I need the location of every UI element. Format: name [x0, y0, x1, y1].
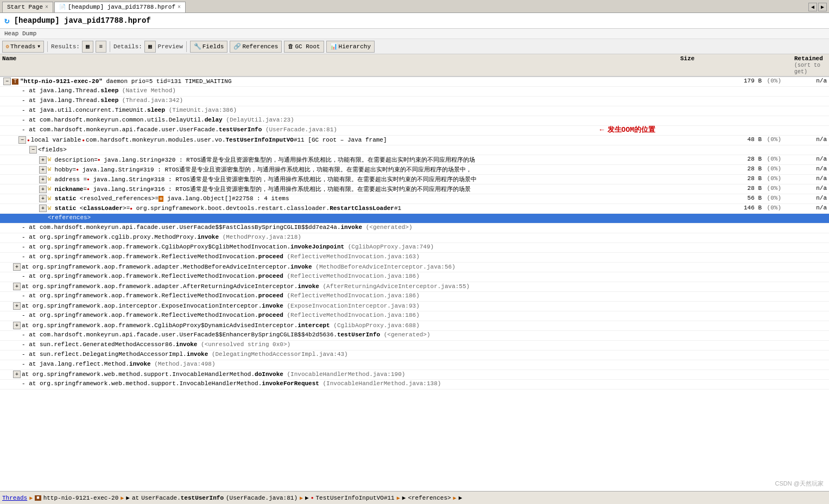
expand-btn[interactable]: +	[39, 166, 47, 174]
tab-start-page[interactable]: Start Page ×	[2, 2, 53, 12]
table-row[interactable]: - at org.springframework.aop.framework.R…	[0, 292, 829, 302]
tab-nav-right[interactable]: ▶	[818, 3, 827, 11]
tab-heapdump[interactable]: 📄 [heapdump] java_pid17788.hprof ×	[54, 2, 186, 12]
table-row[interactable]: + W description= ● java.lang.String#320 …	[0, 155, 829, 165]
expand-btn[interactable]: +	[39, 156, 47, 164]
table-row[interactable]: - at org.springframework.aop.framework.C…	[0, 243, 829, 253]
tab-close-icon[interactable]: ×	[178, 4, 181, 10]
table-row[interactable]: - at java.lang.Thread.sleep (Thread.java…	[0, 97, 829, 106]
table-row[interactable]: + W nickname= ● java.lang.String#316 : R…	[0, 184, 829, 194]
preview-label: Preview	[158, 43, 183, 50]
table-row[interactable]: - at com.hardsoft.monkeyrun.api.facade.u…	[0, 126, 829, 136]
details-view-btn[interactable]: ▦	[144, 41, 156, 53]
results-label: Results:	[51, 43, 80, 50]
table-row[interactable]: - at java.lang.reflect.Method.invoke (Me…	[0, 360, 829, 370]
expand-btn[interactable]: +	[13, 322, 21, 329]
status-var: TestUserInfoInputVO#11	[315, 495, 394, 501]
expand-btn[interactable]: +	[39, 205, 47, 212]
gc-root-btn[interactable]: 🗑 GC Root	[284, 41, 324, 53]
expand-btn[interactable]: +	[13, 302, 21, 310]
table-row[interactable]: - at java.util.concurrent.TimeUnit.sleep…	[0, 106, 829, 116]
status-nav3-icon: ▶	[459, 494, 463, 501]
table-row[interactable]: − ● local variable ● com.hardsoft.monkey…	[0, 136, 829, 145]
table-row[interactable]: - at com.hardsoft.monkeyrun.api.facade.u…	[0, 224, 829, 233]
table-row[interactable]: - at org.springframework.cglib.proxy.Met…	[0, 233, 829, 243]
status-location: (UserFacade.java:81)	[226, 495, 298, 501]
arr-badge: ⊕	[159, 196, 163, 202]
table-row[interactable]: + at org.springframework.web.method.supp…	[0, 370, 829, 380]
table-row[interactable]: + at org.springframework.aop.framework.C…	[0, 321, 829, 331]
table-row[interactable]: + at org.springframework.aop.interceptor…	[0, 302, 829, 311]
table-row[interactable]: - at sun.reflect.GeneratedMethodAccessor…	[0, 341, 829, 350]
expand-btn[interactable]: −	[3, 78, 11, 85]
toolbar: ⚙ Threads Results: ▦ ≡ Details: ▦ Previe…	[0, 39, 829, 54]
fields-label: Fields	[202, 43, 224, 50]
tab-nav-left[interactable]: ◀	[808, 3, 817, 11]
status-refs: <references>	[408, 495, 451, 501]
ref-icon: 🔗	[233, 43, 241, 50]
details-label: Details:	[113, 43, 142, 50]
expand-btn[interactable]: +	[39, 195, 47, 202]
references-btn[interactable]: 🔗 References	[230, 41, 282, 53]
gc-root-label: GC Root	[295, 43, 320, 50]
col-retained-header: Retained (sort to get)	[794, 55, 827, 75]
table-row[interactable]: − <fields>	[0, 145, 829, 155]
content-area[interactable]: − T "http-nio-9121-exec-20" daemon prio=…	[0, 77, 829, 494]
table-row[interactable]: <references>	[0, 214, 829, 224]
fields-btn[interactable]: 🔧 Fields	[190, 41, 228, 53]
status-threads[interactable]: Threads	[2, 495, 27, 501]
tab-close-icon[interactable]: ×	[45, 4, 48, 10]
status-arrow4-icon: ▶	[453, 495, 457, 501]
threads-label: Threads	[10, 43, 35, 50]
fields-icon: 🔧	[194, 43, 201, 50]
results-list-btn[interactable]: ≡	[96, 41, 107, 53]
expand-btn[interactable]: −	[18, 136, 26, 144]
col-name-header: Name	[2, 55, 680, 75]
threads-icon: ⚙	[6, 43, 9, 50]
status-bar: Threads ▶ ■ http-nio-9121-exec-20 ▶ ▶ at…	[0, 491, 829, 501]
table-row[interactable]: - at org.springframework.aop.framework.R…	[0, 253, 829, 263]
expand-btn[interactable]: −	[29, 146, 37, 154]
table-header: Name Size Retained (sort to get)	[0, 54, 829, 77]
status-arrow2-icon: ▶	[300, 495, 303, 501]
table-row[interactable]: - at com.hardsoft.monkeyrun.common.utils…	[0, 116, 829, 126]
status-dot-icon: ●	[311, 495, 314, 500]
expand-btn[interactable]: +	[13, 263, 21, 271]
expand-btn[interactable]: +	[13, 283, 21, 290]
table-row[interactable]: + W hobby= ● java.lang.String#319 : RTOS…	[0, 165, 829, 175]
dot2-icon: ●	[82, 138, 85, 143]
expand-btn[interactable]: +	[39, 186, 47, 193]
toolbar-sep-3	[186, 41, 187, 52]
title-bar: ↻ [heapdump] java_pid17788.hprof	[0, 13, 829, 29]
expand-btn[interactable]: +	[13, 371, 21, 378]
table-row[interactable]: - at org.springframework.aop.framework.R…	[0, 311, 829, 321]
table-row[interactable]: + at org.springframework.aop.framework.a…	[0, 282, 829, 292]
table-icon: ▦	[86, 43, 90, 50]
results-table-btn[interactable]: ▦	[82, 41, 93, 53]
table-row[interactable]: - at org.springframework.aop.framework.R…	[0, 272, 829, 282]
status-arrow3-icon: ▶	[397, 495, 400, 501]
tab-bar: Start Page × 📄 [heapdump] java_pid17788.…	[0, 0, 829, 13]
detail-icon: ▦	[148, 43, 152, 50]
expand-btn[interactable]: +	[39, 176, 47, 183]
gc-icon: 🗑	[288, 43, 294, 50]
table-row[interactable]: − T "http-nio-9121-exec-20" daemon prio=…	[0, 77, 829, 87]
status-at: at	[132, 495, 139, 501]
table-row[interactable]: + at org.springframework.aop.framework.a…	[0, 263, 829, 272]
table-row[interactable]: + W static <resolved_references>= ⊕ java…	[0, 194, 829, 204]
table-row[interactable]: + W static <classLoader>= ● org.springfr…	[0, 204, 829, 214]
toolbar-sep-1	[47, 41, 48, 52]
threads-button[interactable]: ⚙ Threads	[2, 41, 44, 53]
table-row[interactable]: - at com.hardsoft.monkeyrun.api.facade.u…	[0, 331, 829, 341]
table-row[interactable]: - at sun.reflect.DelegatingMethodAccesso…	[0, 350, 829, 360]
dot-icon: ●	[27, 138, 30, 143]
hierarchy-btn[interactable]: 📊 Hierarchy	[326, 41, 375, 53]
table-row[interactable]: + W address = ● java.lang.String#318 : R…	[0, 175, 829, 184]
status-ref-icon: ▶	[305, 494, 309, 501]
status-method: UserFacade.testUserInfo	[141, 495, 224, 501]
table-row[interactable]: - at org.springframework.web.method.supp…	[0, 380, 829, 390]
references-label: References	[242, 43, 278, 50]
table-row[interactable]: - at java.lang.Thread.sleep (Native Meth…	[0, 87, 829, 97]
col-retained-hint: (sort to get)	[794, 62, 820, 75]
status-nav-icon: ▶	[126, 494, 130, 501]
